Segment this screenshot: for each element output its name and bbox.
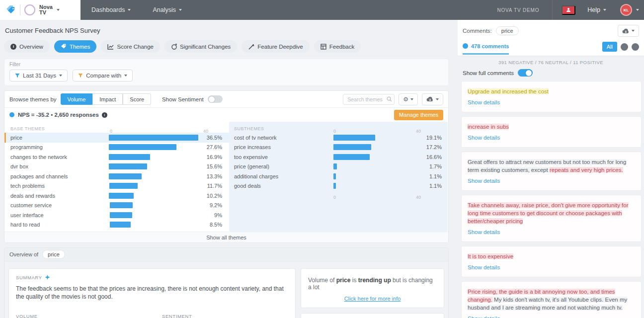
chevron-down-icon [59,75,62,77]
theme-row[interactable]: price (general)1.7% [234,162,444,172]
theme-value: 8.5% [208,222,229,228]
theme-label: additional charges [234,173,333,179]
theme-value: 1.7% [421,163,444,169]
tab-themes[interactable]: Themes [54,40,97,53]
theme-row[interactable]: price36.5% [4,133,229,143]
compass-icon [171,44,177,50]
nav-right: NOVA TV DEMO Help KL [497,0,644,20]
theme-label: good deals [234,183,333,189]
export-button[interactable] [422,93,443,105]
theme-label: deals and rewards [4,193,109,199]
show-details-link[interactable]: Show details [468,135,500,141]
comment-text: Price rising, the guide is a bit annoyin… [468,288,635,312]
tab-significant-changes[interactable]: Significant Changes [164,40,237,53]
tags-logo-icon [5,4,16,15]
nav-dashboards[interactable]: Dashboards [80,0,142,20]
sentiment-filter-negative-button[interactable] [621,43,628,51]
show-details-link[interactable]: Show details [468,229,500,235]
comment-card: Price rising, the guide is a bit annoyin… [461,281,642,318]
theme-row[interactable]: too expensive16.6% [234,152,444,162]
divider [552,0,553,20]
theme-row[interactable]: customer service9.2% [4,201,229,211]
theme-bar [110,222,208,228]
show-full-comments-toggle[interactable] [518,69,533,77]
theme-label: price increases [234,144,333,150]
theme-label: programming [4,144,109,150]
subthemes-chart: SUBTHEMES 040 cost of tv network19.1%pri… [229,122,448,232]
mode-impact-button[interactable]: Impact [92,93,123,105]
avatar[interactable]: KL [620,4,632,16]
help-menu[interactable]: Help [587,6,606,13]
manage-themes-button[interactable]: Manage themes [394,110,443,120]
theme-row[interactable]: user interface9% [4,210,229,220]
sentiment-breakdown: 391 NEGATIVE / 76 NEUTRAL / 11 POSITIVE [458,56,644,68]
dashboard-tabs: iOverview Themes Score Change Significan… [4,40,449,53]
account-caret-icon[interactable] [636,9,639,11]
theme-row[interactable]: programming27.6% [4,143,229,153]
info-icon[interactable]: i [102,112,107,118]
show-sentiment-label: Show Sentiment [162,96,204,102]
volume-trend-card: Volume of price is trending up but is ch… [301,268,444,308]
theme-row[interactable]: tech problems11.7% [4,181,229,191]
base-themes-chart: BASE THEMES 040 price36.5%programming27.… [4,122,229,232]
info-circle-icon: i [10,44,16,50]
subthemes-rows: cost of tv network19.1%price increases17… [234,133,444,191]
filter-all-button[interactable]: All [602,42,617,52]
date-range-filter-button[interactable]: Last 31 Days [9,70,68,81]
tab-feedback[interactable]: Feedback [314,40,361,53]
theme-row[interactable]: packages and channels13.3% [4,171,229,181]
chart-settings-button[interactable]: ⚙ [399,93,418,105]
theme-bar [109,183,207,189]
comments-theme-pill[interactable]: price [496,26,519,35]
theme-bar [109,154,206,160]
comments-export-button[interactable] [618,25,639,37]
show-details-link[interactable]: Show details [468,99,500,105]
sentiment-filter-positive-button[interactable] [632,43,639,51]
theme-bar [109,173,206,179]
theme-bar [110,202,208,208]
nps-text: NPS = -35.2 • 2,650 responses [18,112,99,118]
show-sentiment-toggle[interactable] [208,95,223,103]
theme-row[interactable]: good deals1.1% [234,181,444,191]
theme-value: 27.6% [207,144,229,150]
theme-value: 36.5% [207,135,229,141]
show-all-themes-button[interactable]: Show all themes [4,232,448,242]
theme-bar [333,135,421,141]
show-details-link[interactable]: Show details [468,178,500,184]
cloud-download-icon [622,28,630,34]
volume-more-info-link[interactable]: Click here for more info [308,296,437,302]
theme-row[interactable]: price increases17.2% [234,143,444,153]
mode-volume-button[interactable]: Volume [61,93,93,105]
comments-count-tab[interactable]: 478 comments [463,43,509,55]
nav-analysis[interactable]: Analysis [142,0,193,20]
nav-menus: Dashboards Analysis [80,0,193,20]
theme-row[interactable]: changes to the network16.9% [4,152,229,162]
volume-heading: VOLUME [16,314,38,318]
theme-label: too expensive [234,154,333,160]
tab-score-change[interactable]: Score Change [101,40,160,53]
theme-row[interactable]: hard to read8.5% [4,220,229,230]
tab-feature-deepdive[interactable]: Feature Deepdive [242,40,309,53]
compare-with-filter-button[interactable]: Compare with [73,70,133,81]
user-alert-button[interactable] [562,5,575,15]
theme-label: changes to the network [4,154,109,160]
theme-row[interactable]: deals and rewards10.2% [4,191,229,201]
theme-row[interactable]: additional charges1.1% [234,171,444,181]
gear-icon: ⚙ [403,96,408,103]
chevron-down-icon [632,30,635,32]
top-navigation: NovaTV Dashboards Analysis NOVA TV DEMO … [0,0,644,20]
summary-text: The feedback seems to be that the prices… [16,285,284,301]
show-details-link[interactable]: Show details [468,316,500,318]
theme-row[interactable]: dvr box15.6% [4,162,229,172]
show-details-link[interactable]: Show details [468,264,500,270]
theme-value: 1.1% [421,183,444,189]
theme-row[interactable]: cost of tv network19.1% [234,133,444,143]
tab-overview[interactable]: iOverview [4,40,50,53]
workspace-caret-icon[interactable] [57,9,60,11]
workspace-logo [24,4,35,15]
demo-label: NOVA TV DEMO [497,7,539,13]
selected-theme-pill[interactable]: price [42,250,65,259]
mode-score-button[interactable]: Score [123,93,151,105]
themes-panel: Browse themes by Volume Impact Score Sho… [4,90,449,243]
themes-charts: BASE THEMES 040 price36.5%programming27.… [4,122,448,232]
